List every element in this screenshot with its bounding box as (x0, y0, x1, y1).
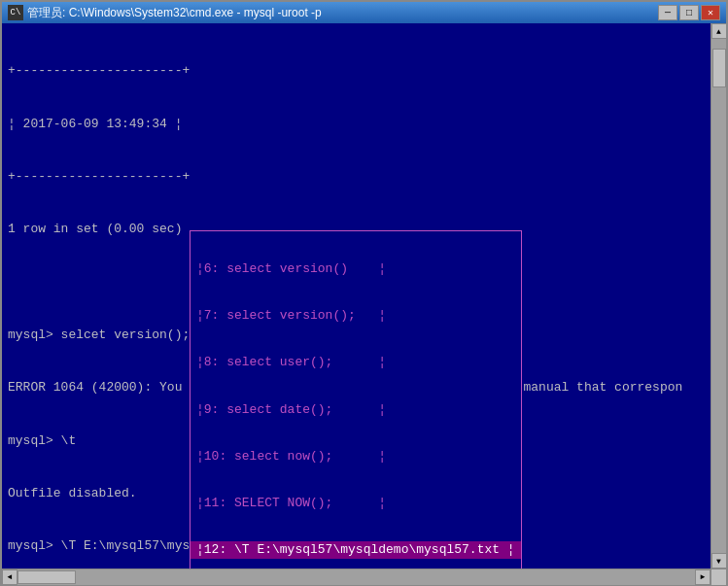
cmd-window: C\ 管理员: C:\Windows\System32\cmd.exe - my… (0, 0, 728, 586)
maximize-button[interactable]: □ (679, 5, 699, 20)
terminal-container: +----------------------+ ¦ 2017-06-09 13… (2, 23, 726, 569)
history-item-9[interactable]: ¦9: select date(); ¦ (191, 401, 521, 419)
line-1: +----------------------+ (8, 62, 705, 80)
history-item-8[interactable]: ¦8: select user(); ¦ (191, 354, 521, 371)
scroll-track-vertical[interactable] (711, 39, 727, 553)
scroll-thumb-vertical[interactable] (712, 49, 726, 87)
scroll-thumb-horizontal[interactable] (17, 570, 76, 584)
line-3: +----------------------+ (8, 168, 705, 186)
history-item-12[interactable]: ¦12: \T E:\mysql57\mysqldemo\mysql57.txt… (191, 541, 521, 559)
history-item-6[interactable]: ¦6: select version() ¦ (191, 260, 521, 278)
terminal-content[interactable]: +----------------------+ ¦ 2017-06-09 13… (2, 23, 711, 569)
title-bar: C\ 管理员: C:\Windows\System32\cmd.exe - my… (2, 2, 726, 23)
scroll-left-button[interactable]: ◄ (2, 569, 17, 585)
window-controls: ─ □ ✕ (658, 5, 720, 20)
close-button[interactable]: ✕ (701, 5, 720, 20)
cmd-icon: C\ (8, 5, 23, 20)
minimize-button[interactable]: ─ (658, 5, 677, 20)
history-item-11[interactable]: ¦11: SELECT NOW(); ¦ (191, 495, 521, 512)
window-title: 管理员: C:\Windows\System32\cmd.exe - mysql… (27, 5, 322, 21)
scroll-track-horizontal[interactable] (17, 569, 695, 585)
history-item-10[interactable]: ¦10: select now(); ¦ (191, 448, 521, 465)
scrollbar-corner (711, 569, 726, 585)
history-dropdown[interactable]: ¦6: select version() ¦ ¦7: select versio… (190, 230, 522, 569)
history-item-7[interactable]: ¦7: select version(); ¦ (191, 307, 521, 325)
scroll-up-button[interactable]: ▲ (711, 23, 727, 39)
scroll-down-button[interactable]: ▼ (711, 553, 727, 569)
vertical-scrollbar[interactable]: ▲ ▼ (711, 23, 726, 569)
line-2: ¦ 2017-06-09 13:49:34 ¦ (8, 116, 705, 133)
scroll-right-button[interactable]: ► (695, 569, 711, 585)
title-bar-left: C\ 管理员: C:\Windows\System32\cmd.exe - my… (8, 5, 322, 21)
horizontal-scrollbar[interactable]: ◄ ► (2, 569, 726, 584)
